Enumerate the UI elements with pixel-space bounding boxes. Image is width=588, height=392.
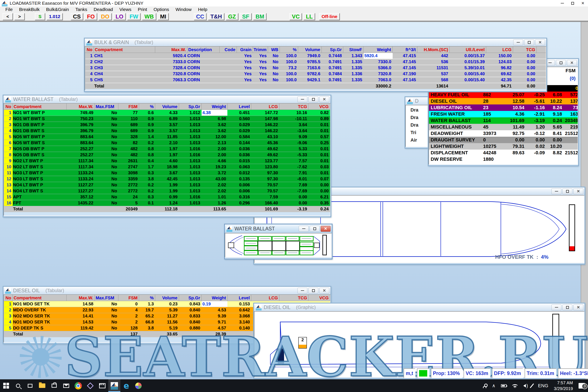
table-cell[interactable]: 0.451 [228,110,251,116]
table-cell[interactable]: 42.35 [486,77,513,83]
table-cell[interactable]: 0.23 [155,301,179,307]
table-cell[interactable]: Yes [253,59,268,65]
table-cell[interactable]: 123.77 [251,158,280,164]
table-cell[interactable]: No [268,59,280,65]
3d-viewer-icon[interactable] [84,379,96,392]
table-cell[interactable]: WATER BALLAST [429,117,483,124]
table-cell[interactable] [563,156,578,162]
table-cell[interactable]: 15 [4,194,13,200]
table-cell[interactable]: NO1 MDO SET TK [13,301,66,307]
table-cell[interactable]: 2 [4,307,13,313]
table-cell[interactable]: 5 [4,134,13,140]
table-cell[interactable]: 69.62 [486,71,513,77]
table-cell[interactable]: 2 [85,59,94,65]
table-cell[interactable]: No [94,122,118,128]
table-cell[interactable]: 1.016 [179,146,201,152]
wifi-icon[interactable] [512,384,518,387]
table-cell[interactable]: 0.01 [308,152,330,158]
table-cell[interactable]: No [94,152,118,158]
table-cell[interactable]: -1.16 [526,104,546,111]
table-cell[interactable]: 9.09 [279,134,308,140]
table-cell[interactable]: 25.07 [503,92,526,98]
table-cell[interactable]: 82 [118,140,139,146]
menu-deadload[interactable]: Deadload [90,7,116,12]
table-cell[interactable]: 0 [563,85,578,92]
table-cell[interactable]: MDO OVERF TK [13,307,66,313]
table-cell[interactable]: NO1 WT BWT P [13,110,66,116]
table-cell[interactable] [503,156,526,162]
table-cell[interactable]: DISPLACEMENT [429,150,483,156]
table-cell[interactable]: 0.01 [308,170,330,176]
density-button[interactable]: 1.012 [47,13,63,20]
table-cell[interactable]: CH4 [94,71,155,77]
cc-button[interactable]: CC [194,13,207,20]
table-cell[interactable]: 0.9 [139,128,155,134]
table-cell[interactable]: 3.8 [139,176,155,182]
table-cell[interactable]: 11.85 [155,134,179,140]
table-cell[interactable]: 0.8 [139,152,155,158]
table-cell[interactable]: DEADWEIGHT [429,130,483,137]
bulk-minimize-button[interactable] [513,40,523,45]
table-cell[interactable]: 689 [118,128,139,134]
table-cell[interactable]: 45.36 [251,140,280,146]
table-cell[interactable]: 4 [4,128,13,134]
table-cell[interactable]: 1.013 [179,158,201,164]
do-close-button[interactable]: ✕ [319,288,329,294]
table-cell[interactable]: 114 [483,117,503,124]
menu-print[interactable]: Print [134,7,150,12]
table-cell[interactable]: 70.57 [251,182,280,188]
clock[interactable]: 7:57 AM 3/29/2019 [554,380,573,392]
table-cell[interactable]: 124.03 [486,59,513,65]
table-cell[interactable]: 5.65 [546,124,563,130]
table-cell[interactable]: No [94,110,118,116]
table-cell[interactable]: 1.013 [179,182,201,188]
table-cell[interactable]: 8.58 [537,59,546,65]
table-cell[interactable]: 0.2 [139,140,155,146]
table-cell[interactable]: 1.013 [179,128,201,134]
table-cell[interactable]: 0.153 [228,301,251,307]
bulk-restore-button[interactable] [524,40,534,45]
table-cell[interactable]: 0.135 [228,176,251,182]
wb-button[interactable]: WB [142,13,156,20]
table-cell[interactable]: 4 [4,319,13,325]
th-button[interactable]: T&H [208,13,224,20]
table-cell[interactable]: 7063.0 [364,77,393,83]
table-cell[interactable]: 3 [4,313,13,319]
table-cell[interactable] [546,156,563,162]
ll-button[interactable]: LL [304,13,315,20]
table-cell[interactable]: 89.63 [503,150,526,156]
table-cell[interactable]: 4.36 [503,111,526,117]
table-cell[interactable]: 6.08 [546,92,563,98]
tank-marker[interactable]: 2 [298,337,307,348]
table-cell[interactable]: No [94,134,118,140]
table-cell[interactable]: 7.91 [279,170,308,176]
table-cell[interactable]: 252.27 [66,146,95,152]
table-cell[interactable]: 10 [4,164,13,170]
table-cell[interactable]: 2.00 [202,146,228,152]
table-cell[interactable]: 1.336 [343,71,364,77]
table-cell[interactable]: 1.97 [155,146,179,152]
table-cell[interactable]: No [94,182,118,188]
table-cell[interactable]: 2.13 [202,140,228,146]
table-cell[interactable]: 2772 [118,182,139,188]
wbg-minimize-button[interactable] [299,226,308,232]
table-cell[interactable]: CH5 [94,77,155,83]
tray-expand-icon[interactable]: ∧ [492,383,495,388]
table-cell[interactable]: 8.24 [546,104,563,111]
people-icon[interactable] [483,386,486,388]
table-cell[interactable]: 883.64 [66,134,95,140]
pen-icon[interactable] [530,383,534,388]
table-cell[interactable]: 0.012 [228,170,251,176]
table-cell[interactable]: No [268,65,280,71]
table-cell[interactable]: 0.4 [139,158,155,164]
wb-close-button[interactable]: ✕ [319,96,329,102]
menu-window[interactable]: Window [172,7,195,12]
table-cell[interactable]: No [268,77,280,83]
table-cell[interactable]: 5.39/10.01 [450,65,486,71]
table-cell[interactable]: 0.00/15.40 [450,71,486,77]
table-cell[interactable]: 0.9 [139,122,155,128]
table-cell[interactable]: 8.82 [546,150,563,156]
table-cell[interactable]: 79.31 [503,143,526,150]
table-cell[interactable]: No [94,128,118,134]
table-cell[interactable]: 0.3 [139,194,155,200]
